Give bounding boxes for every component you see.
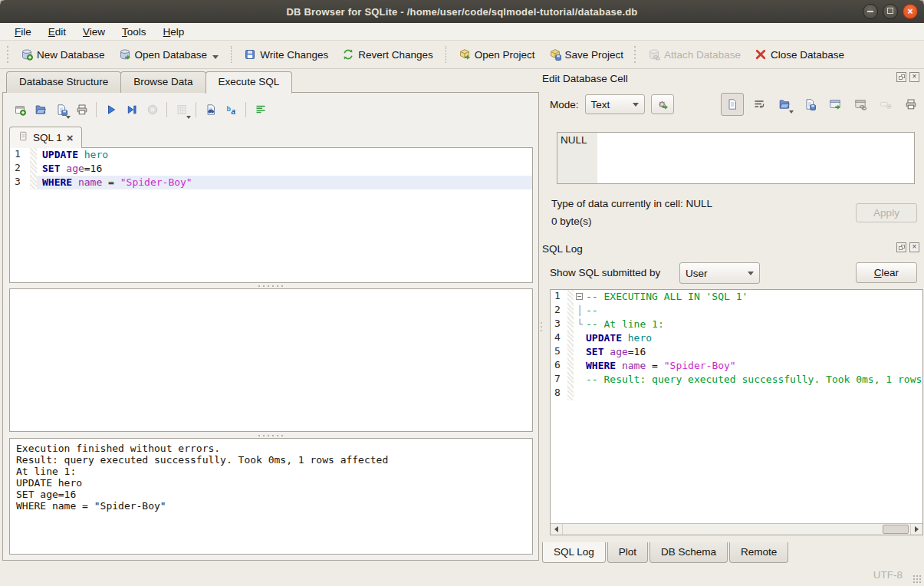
menu-tools[interactable]: Tools bbox=[115, 25, 153, 39]
dock-tab-remote[interactable]: Remote bbox=[729, 542, 788, 563]
fold-margin bbox=[567, 318, 574, 331]
close-panel-icon[interactable]: × bbox=[909, 72, 919, 82]
word-wrap-button[interactable] bbox=[749, 94, 769, 114]
sql-log-title: SQL Log bbox=[542, 243, 583, 255]
sql-log-view[interactable]: 1−-- EXECUTING ALL IN 'SQL 1'2│--3└-- At… bbox=[550, 289, 923, 535]
close-database-icon bbox=[755, 48, 767, 61]
cell-type-info: Type of data currently in cell: NULL bbox=[551, 198, 712, 209]
minimize-icon[interactable] bbox=[863, 4, 878, 19]
copy-link-button[interactable] bbox=[850, 94, 870, 114]
close-icon[interactable]: × bbox=[903, 4, 918, 19]
revert-changes-button[interactable]: Revert Changes bbox=[335, 44, 440, 64]
find-button[interactable] bbox=[200, 100, 221, 120]
editor-line[interactable]: 2SET age=16 bbox=[10, 162, 532, 176]
apply-button[interactable]: Apply bbox=[856, 203, 917, 222]
cell-editor[interactable]: NULL bbox=[557, 132, 915, 184]
open-database-button[interactable]: Open Database bbox=[112, 44, 226, 64]
tab-close-icon[interactable]: × bbox=[67, 133, 74, 143]
mode-select[interactable]: Text bbox=[585, 94, 645, 114]
line-number: 2 bbox=[551, 304, 567, 318]
toolbar-handle[interactable] bbox=[6, 46, 11, 63]
scrollbar-thumb[interactable] bbox=[883, 525, 909, 534]
splitter-results-log[interactable] bbox=[9, 433, 533, 437]
export-file-button[interactable] bbox=[800, 94, 820, 114]
code-line: WHERE name = "Spider-Boy" bbox=[586, 359, 922, 373]
resize-grip-icon[interactable] bbox=[912, 574, 922, 584]
execute-current-line-icon bbox=[126, 104, 138, 116]
close-panel-icon[interactable]: × bbox=[909, 242, 919, 252]
cell-size-info: 0 byte(s) bbox=[551, 216, 592, 227]
log-line[interactable]: 4UPDATE hero bbox=[551, 331, 922, 345]
menu-help[interactable]: Help bbox=[156, 25, 192, 39]
tab-execute-sql[interactable]: Execute SQL bbox=[206, 71, 293, 94]
fold-margin bbox=[567, 304, 574, 318]
open-database-label: Open Database bbox=[135, 49, 208, 61]
splitter-editor-results[interactable] bbox=[9, 284, 533, 288]
sql-editor[interactable]: 1UPDATE hero2SET age=163WHERE name = "Sp… bbox=[9, 147, 533, 283]
sql-editor-tab[interactable]: SQL 1 × bbox=[9, 127, 82, 148]
dock-tab-db-schema[interactable]: DB Schema bbox=[649, 542, 728, 563]
execute-current-line-button[interactable] bbox=[121, 100, 142, 120]
log-line[interactable]: 1−-- EXECUTING ALL IN 'SQL 1' bbox=[551, 290, 922, 304]
toolbar-separator bbox=[196, 102, 196, 117]
cell-mode-row: Mode: Text bbox=[542, 93, 922, 116]
editor-line[interactable]: 1UPDATE hero bbox=[10, 148, 532, 162]
results-grid[interactable] bbox=[9, 288, 533, 432]
submitter-select[interactable]: User bbox=[679, 262, 760, 284]
dock-tab-plot[interactable]: Plot bbox=[607, 542, 648, 563]
editor-line[interactable]: 3WHERE name = "Spider-Boy" bbox=[10, 176, 532, 189]
log-line[interactable]: 3└-- At line 1: bbox=[551, 318, 922, 331]
tab-browse-data[interactable]: Browse Data bbox=[120, 71, 206, 93]
format-sql-button[interactable] bbox=[250, 100, 271, 120]
horizontal-scrollbar[interactable] bbox=[551, 523, 922, 535]
maximize-icon[interactable] bbox=[883, 4, 898, 19]
copy-link-icon bbox=[854, 98, 866, 110]
save-project-icon bbox=[549, 48, 561, 61]
print-button[interactable] bbox=[71, 100, 92, 120]
sql-tab-label: SQL 1 bbox=[33, 132, 62, 143]
print-cell-icon bbox=[905, 98, 917, 110]
save-sql-file-button[interactable] bbox=[51, 100, 71, 120]
close-database-button[interactable]: Close Database bbox=[748, 44, 851, 64]
open-project-button[interactable]: Open Project bbox=[452, 44, 542, 64]
execute-all-button[interactable] bbox=[100, 100, 121, 120]
float-panel-icon[interactable] bbox=[896, 72, 906, 82]
dock-bottom-tabs: SQL LogPlotDB SchemaRemote bbox=[542, 542, 790, 563]
menu-file[interactable]: File bbox=[8, 25, 38, 39]
fold-column bbox=[574, 373, 586, 387]
apply-settings-icon bbox=[656, 98, 669, 110]
write-changes-button[interactable]: Write Changes bbox=[237, 44, 335, 64]
print-cell-button[interactable] bbox=[901, 94, 921, 114]
menu-view[interactable]: View bbox=[76, 25, 112, 39]
database-new-icon bbox=[21, 48, 33, 61]
log-line[interactable]: 2│-- bbox=[551, 304, 922, 318]
log-line[interactable]: 7-- Result: query executed successfully.… bbox=[551, 373, 922, 387]
save-project-button[interactable]: Save Project bbox=[542, 44, 631, 64]
mode-value: Text bbox=[591, 99, 610, 110]
dock-tab-sql-log[interactable]: SQL Log bbox=[542, 542, 606, 563]
new-sql-tab-button[interactable] bbox=[9, 100, 30, 120]
new-database-button[interactable]: New Database bbox=[14, 44, 112, 64]
toolbar-handle[interactable] bbox=[633, 46, 638, 63]
fold-collapse-icon[interactable]: − bbox=[576, 293, 583, 300]
scroll-left-icon[interactable] bbox=[551, 524, 563, 535]
replace-button[interactable]: ba bbox=[221, 100, 242, 120]
stop-button bbox=[142, 100, 163, 120]
log-line[interactable]: 8 bbox=[551, 387, 922, 400]
float-panel-icon[interactable] bbox=[896, 242, 906, 252]
tab-database-structure[interactable]: Database Structure bbox=[6, 71, 121, 93]
set-null-icon bbox=[880, 98, 892, 110]
text-mode-button[interactable] bbox=[721, 93, 744, 116]
scroll-right-icon[interactable] bbox=[910, 524, 922, 535]
log-line[interactable]: 6WHERE name = "Spider-Boy" bbox=[551, 359, 922, 373]
menu-edit[interactable]: Edit bbox=[41, 25, 73, 39]
open-sql-file-button[interactable] bbox=[30, 100, 51, 120]
import-file-button[interactable] bbox=[774, 94, 794, 114]
open-external-button[interactable] bbox=[825, 94, 845, 114]
log-line[interactable]: 5SET age=16 bbox=[551, 345, 922, 359]
code-line: SET age=16 bbox=[37, 162, 532, 176]
chevron-down-icon bbox=[789, 110, 794, 114]
execution-log[interactable]: Execution finished without errors. Resul… bbox=[9, 438, 533, 555]
clear-button[interactable]: Clear bbox=[856, 262, 917, 283]
apply-settings-icon[interactable] bbox=[651, 94, 674, 114]
